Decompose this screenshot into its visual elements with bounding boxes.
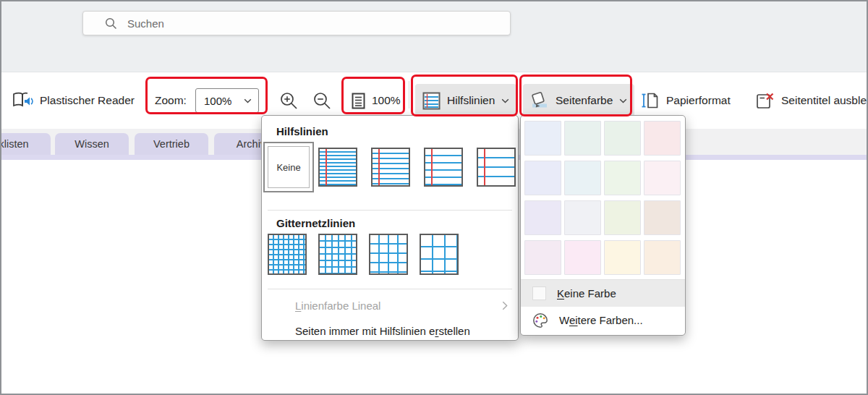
chevron-down-icon xyxy=(244,98,252,103)
guides-option-ruled-standard[interactable] xyxy=(424,148,463,187)
gridlines-section-title: Gitternetzlinien xyxy=(276,217,355,229)
guides-dropdown-menu: Hilfslinien Keine Gitternetzlinien Linie… xyxy=(261,115,519,341)
page-color-swatch-6[interactable] xyxy=(604,161,641,195)
menu-item-no-color[interactable]: Keine Farbe xyxy=(521,280,685,307)
no-color-swatch-icon xyxy=(532,286,546,300)
zoom-in-icon xyxy=(279,91,299,111)
page-color-swatch-2[interactable] xyxy=(604,121,641,156)
ruled-lines-icon xyxy=(422,92,441,110)
page-color-swatch-8[interactable] xyxy=(524,200,561,235)
page-color-swatch-5[interactable] xyxy=(564,161,601,195)
color-swatch-grid xyxy=(524,121,682,275)
menu-item-more-colors[interactable]: Weitere Farben... xyxy=(521,307,685,334)
immersive-reader-button[interactable]: Plastischer Reader xyxy=(12,72,135,129)
guides-option-grid-medium[interactable] xyxy=(318,234,357,275)
palette-icon xyxy=(532,313,548,328)
page-color-swatch-13[interactable] xyxy=(564,240,601,275)
page-color-swatch-12[interactable] xyxy=(524,240,561,275)
page-color-dropdown-menu: Keine Farbe Weitere Farben... xyxy=(520,115,686,336)
page-color-swatch-7[interactable] xyxy=(644,161,681,195)
guides-option-grid-xlarge[interactable] xyxy=(420,234,459,275)
guides-option-ruled-narrow[interactable] xyxy=(318,148,357,187)
guides-none-label: Keine xyxy=(268,146,310,188)
guides-option-none[interactable]: Keine xyxy=(263,142,314,192)
menu-separator xyxy=(268,289,512,289)
paper-format-label: Papierformat xyxy=(666,94,731,107)
page-color-swatch-10[interactable] xyxy=(604,200,641,235)
menu-item-always-create-guides[interactable]: Seiten immer mit Hilfslinien erstellen xyxy=(262,319,518,342)
chevron-down-icon xyxy=(619,98,627,103)
guides-section-title: Hilfslinien xyxy=(276,125,328,137)
app-window: Suchen Plastischer Reader Zoom: 100% xyxy=(0,0,868,395)
menu-separator xyxy=(268,210,512,211)
page-color-icon xyxy=(530,91,549,110)
page-color-swatch-0[interactable] xyxy=(524,121,561,156)
ribbon-divider xyxy=(409,81,409,109)
paper-format-icon xyxy=(641,91,660,110)
search-icon xyxy=(105,17,117,30)
page-color-swatch-4[interactable] xyxy=(524,161,561,195)
guides-label: Hilfslinien xyxy=(447,94,495,107)
page-color-swatch-14[interactable] xyxy=(604,240,641,275)
immersive-reader-label: Plastischer Reader xyxy=(40,94,135,107)
page-color-swatch-11[interactable] xyxy=(644,200,681,235)
section-tab-wissen[interactable]: Wissen xyxy=(55,133,129,155)
page-color-swatch-1[interactable] xyxy=(564,121,601,156)
guides-option-grid-small[interactable] xyxy=(268,234,307,275)
menu-item-line-color[interactable]: Linienfarbe Lineal xyxy=(262,294,518,317)
section-tab-vertrieb[interactable]: Vertrieb xyxy=(135,133,208,155)
guides-option-ruled-college[interactable] xyxy=(371,148,410,187)
page-color-label: Seitenfarbe xyxy=(556,94,613,107)
guides-option-ruled-wide[interactable] xyxy=(477,148,516,187)
search-placeholder: Suchen xyxy=(127,17,164,30)
zoom-to-100-label: 100% xyxy=(372,94,401,107)
chevron-down-icon xyxy=(501,98,509,103)
zoom-level-combobox[interactable]: 100% xyxy=(195,72,259,129)
page-title-x-icon xyxy=(755,91,775,111)
chevron-right-icon xyxy=(502,301,508,310)
top-search-bar: Suchen xyxy=(1,1,867,72)
immersive-reader-icon xyxy=(12,91,33,110)
search-input[interactable]: Suchen xyxy=(82,11,511,35)
section-tab-klisten[interactable]: klisten xyxy=(0,133,51,155)
page-color-swatch-3[interactable] xyxy=(644,121,681,156)
hide-page-title-label: Seitentitel ausblen xyxy=(781,94,868,107)
zoom-level-label: Zoom: xyxy=(155,72,187,129)
zoom-out-icon xyxy=(312,91,332,111)
page-color-swatch-9[interactable] xyxy=(564,200,601,235)
document-lines-icon xyxy=(352,93,365,109)
hide-page-title-button[interactable]: Seitentitel ausblen xyxy=(755,72,868,129)
guides-option-grid-large[interactable] xyxy=(369,234,408,275)
zoom-level-value: 100% xyxy=(204,95,231,107)
page-color-swatch-15[interactable] xyxy=(644,240,681,275)
